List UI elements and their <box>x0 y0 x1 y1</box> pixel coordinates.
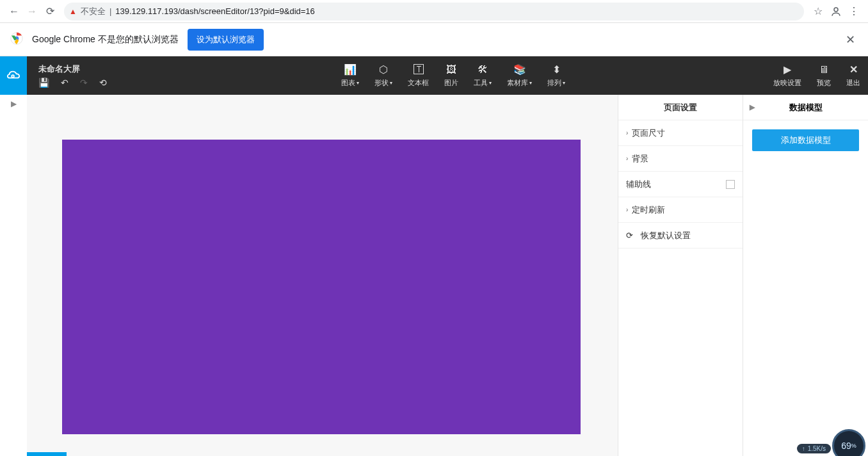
add-data-model-button[interactable]: 添加数据模型 <box>752 129 859 151</box>
tool-assets-label: 素材库 <box>507 78 528 88</box>
undo-icon[interactable]: ↶ <box>61 77 68 88</box>
upload-icon: ↑ <box>802 445 805 452</box>
address-bar[interactable]: ▲ 不安全 | 139.129.117.193/dash/screenEdito… <box>64 3 804 20</box>
chevron-down-icon: ▾ <box>390 80 392 86</box>
default-browser-infobar: Google Chrome 不是您的默认浏览器 设为默认浏览器 ✕ <box>0 23 868 56</box>
data-model-title: 数据模型 <box>789 102 823 113</box>
kebab-menu-icon[interactable]: ⋮ <box>845 3 863 20</box>
page-settings-panel: 页面设置 › 页面尺寸 › 背景 辅助线 › 定时刷新 <box>618 95 743 456</box>
tool-arrange[interactable]: ⬍ 排列▾ <box>540 56 573 95</box>
preview-button[interactable]: 🖥 预览 <box>809 56 839 95</box>
tool-shape[interactable]: ⬡ 形状▾ <box>367 56 400 95</box>
chart-icon: 📊 <box>344 64 357 76</box>
canvas-area[interactable] <box>27 95 618 456</box>
insecure-label: 不安全 <box>81 6 106 17</box>
svg-point-0 <box>834 8 838 12</box>
app-logo-icon[interactable] <box>0 56 27 95</box>
auto-refresh-label: 定时刷新 <box>632 204 665 216</box>
infobar-close-icon[interactable]: ✕ <box>843 30 858 49</box>
reload-icon: ⟳ <box>626 231 633 240</box>
tool-arrange-label: 排列 <box>547 78 561 88</box>
tool-shape-label: 形状 <box>374 78 389 88</box>
page-size-row[interactable]: › 页面尺寸 <box>618 120 743 146</box>
wrench-icon: 🛠 <box>478 64 488 76</box>
background-label: 背景 <box>632 153 648 165</box>
url-separator: | <box>109 6 111 16</box>
guides-row[interactable]: 辅助线 <box>618 172 743 197</box>
insecure-icon: ▲ <box>69 7 77 16</box>
tool-chart[interactable]: 📊 图表▾ <box>334 56 367 95</box>
toolbar-right: ▶ 放映设置 🖥 预览 ✕ 退出 <box>766 56 868 95</box>
chevron-right-icon: › <box>626 206 628 213</box>
gauge-unit: % <box>851 443 856 449</box>
exit-label: 退出 <box>846 78 860 88</box>
data-model-panel: ▶ 数据模型 添加数据模型 <box>743 95 868 456</box>
chevron-right-icon: › <box>626 155 628 162</box>
arrange-icon: ⬍ <box>552 64 561 76</box>
set-default-button[interactable]: 设为默认浏览器 <box>188 29 264 51</box>
chevron-right-icon: › <box>626 129 628 136</box>
preview-label: 预览 <box>817 78 831 88</box>
network-speed-value: 1.5K/s <box>808 445 826 452</box>
toolbar-center: 📊 图表▾ ⬡ 形状▾ 🅃 文本框 🖼 图片 🛠 工具▾ <box>334 56 573 95</box>
gauge-value: 69 <box>841 441 851 451</box>
screen-canvas[interactable] <box>62 140 581 434</box>
page-size-label: 页面尺寸 <box>632 127 665 139</box>
editor-topbar: 未命名大屏 💾 ↶ ↷ ⟲ 📊 图表▾ ⬡ 形状▾ 🅃 <box>27 56 868 95</box>
left-rail: ▶ <box>0 56 27 456</box>
reset-default-row[interactable]: ⟳ 恢复默认设置 <box>618 223 743 248</box>
save-icon[interactable]: 💾 <box>38 77 49 88</box>
tool-textbox-label: 文本框 <box>408 78 429 88</box>
browser-toolbar: ← → ⟳ ▲ 不安全 | 139.129.117.193/dash/scree… <box>0 0 868 23</box>
close-icon: ✕ <box>849 64 858 76</box>
tool-tools[interactable]: 🛠 工具▾ <box>466 56 499 95</box>
tool-tools-label: 工具 <box>474 78 488 88</box>
bookmark-star-icon[interactable]: ☆ <box>809 3 827 20</box>
main-column: 未命名大屏 💾 ↶ ↷ ⟲ 📊 图表▾ ⬡ 形状▾ 🅃 <box>27 56 868 456</box>
zoom-indicator[interactable] <box>27 452 67 456</box>
guides-checkbox[interactable] <box>726 180 735 189</box>
textbox-icon: 🅃 <box>414 64 424 76</box>
network-speed-widget: ↑ 1.5K/s <box>797 444 831 453</box>
data-model-header: ▶ 数据模型 <box>743 95 868 120</box>
document-title: 未命名大屏 <box>38 63 141 75</box>
title-block: 未命名大屏 💾 ↶ ↷ ⟲ <box>38 56 141 95</box>
data-model-body: 添加数据模型 <box>743 120 868 160</box>
chevron-down-icon: ▾ <box>357 80 359 86</box>
url-text: 139.129.117.193/dash/screenEditor/13?pid… <box>115 6 315 16</box>
svg-point-3 <box>12 75 14 77</box>
tool-chart-label: 图表 <box>341 78 355 88</box>
profile-icon[interactable] <box>827 3 845 20</box>
reset-default-label: 恢复默认设置 <box>641 230 691 241</box>
tool-assets[interactable]: 📚 素材库▾ <box>499 56 540 95</box>
play-settings-label: 放映设置 <box>773 78 801 88</box>
guides-label: 辅助线 <box>626 179 651 190</box>
tool-image[interactable]: 🖼 图片 <box>437 56 466 95</box>
redo-icon[interactable]: ↷ <box>80 77 88 88</box>
reload-button[interactable]: ⟳ <box>41 3 59 20</box>
title-tools: 💾 ↶ ↷ ⟲ <box>38 77 141 88</box>
preview-icon: 🖥 <box>819 64 829 76</box>
collapse-icon[interactable]: ▶ <box>750 103 755 111</box>
refresh-icon[interactable]: ⟲ <box>99 77 107 88</box>
chrome-logo-icon <box>10 32 23 47</box>
rail-expand-icon[interactable]: ▶ <box>0 95 27 113</box>
chevron-down-icon: ▾ <box>563 80 565 86</box>
infobar-text: Google Chrome 不是您的默认浏览器 <box>32 34 179 45</box>
chevron-down-icon: ▾ <box>529 80 532 86</box>
app-root: ▶ 未命名大屏 💾 ↶ ↷ ⟲ 📊 图表▾ ⬡ 形状▾ <box>0 56 868 456</box>
background-row[interactable]: › 背景 <box>618 146 743 172</box>
page-settings-header: 页面设置 <box>618 95 743 120</box>
assets-icon: 📚 <box>513 64 526 76</box>
image-icon: 🖼 <box>446 64 456 76</box>
play-settings-button[interactable]: ▶ 放映设置 <box>766 56 809 95</box>
tool-textbox[interactable]: 🅃 文本框 <box>400 56 437 95</box>
tool-image-label: 图片 <box>444 78 458 88</box>
forward-button[interactable]: → <box>23 3 41 20</box>
chevron-down-icon: ▾ <box>489 80 492 86</box>
shape-icon: ⬡ <box>379 64 388 76</box>
exit-button[interactable]: ✕ 退出 <box>839 56 868 95</box>
auto-refresh-row[interactable]: › 定时刷新 <box>618 197 743 223</box>
play-icon: ▶ <box>784 64 791 76</box>
back-button[interactable]: ← <box>5 3 23 20</box>
